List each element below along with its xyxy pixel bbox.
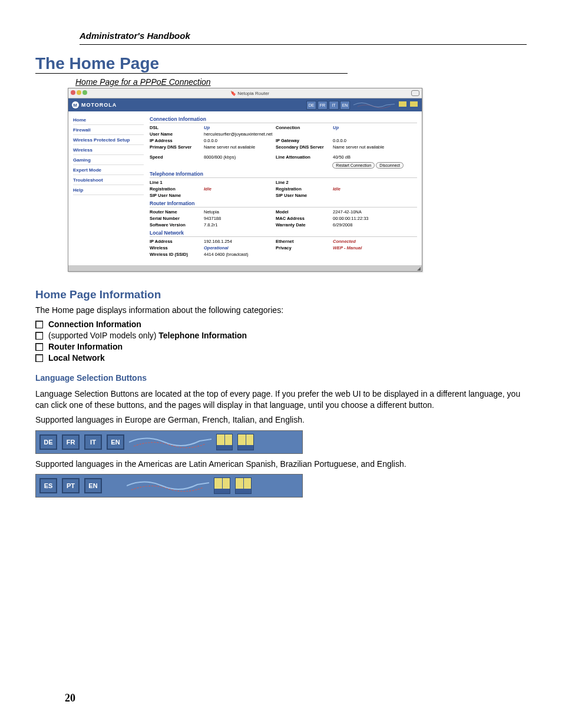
value: 00:00:00:11:22:33: [333, 216, 404, 221]
boxes-icon: [214, 477, 252, 494]
checklist: Connection Information (supported VoIP m…: [35, 319, 527, 363]
nav-wps[interactable]: Wireless Protected Setup: [73, 137, 144, 145]
label: Line Attenuation: [276, 154, 332, 160]
section-local: Local Network: [150, 230, 417, 237]
nav-help[interactable]: Help: [73, 187, 144, 195]
lang-pt-button[interactable]: PT: [62, 478, 80, 493]
value: 2247-42-10NA: [333, 209, 404, 215]
paragraph: Language Selection Buttons are located a…: [35, 388, 527, 411]
section-telephone: Telephone Information: [150, 171, 417, 178]
value: herculesurfier@joyeauxinternet.net: [204, 131, 404, 137]
nav-home[interactable]: Home: [73, 117, 144, 125]
window-controls: [71, 90, 88, 96]
value: 7.8.2r1: [204, 222, 275, 228]
value: WEP - Manual: [333, 245, 404, 251]
motorola-logo-icon: M: [72, 101, 79, 108]
lang-fr-button[interactable]: FR: [318, 101, 328, 110]
label: Wireless ID (SSID): [150, 252, 203, 257]
figure-caption: Home Page for a PPPoE Connection: [75, 77, 527, 87]
header-boxes-icon: [398, 101, 418, 110]
resize-grip-icon: ◢: [417, 266, 421, 271]
lang-buttons: DE FR IT EN: [306, 101, 350, 110]
window-titlebar: 🔖 Netopia Router: [68, 88, 422, 98]
label: IP Gateway: [276, 138, 332, 143]
swoosh-icon: [129, 433, 211, 451]
label: Software Version: [150, 222, 203, 228]
value: 8000/800 (kbps): [204, 154, 275, 160]
lang-de-button[interactable]: DE: [306, 101, 316, 110]
running-header: Administrator's Handbook: [80, 31, 527, 41]
nav-wireless[interactable]: Wireless: [73, 147, 144, 155]
lang-en-button[interactable]: EN: [107, 434, 124, 450]
swoosh-icon: [127, 477, 209, 495]
value: Operational: [204, 245, 275, 251]
page-number: 20: [65, 692, 75, 704]
label: Registration: [150, 186, 203, 192]
value: Connected: [333, 239, 404, 244]
label: Privacy: [276, 245, 332, 251]
label: User Name: [150, 131, 203, 137]
value: Netopia: [204, 209, 275, 215]
value: 9437188: [204, 216, 275, 221]
paragraph: The Home page displays information about…: [35, 305, 527, 316]
lang-en-button[interactable]: EN: [84, 478, 102, 493]
value: 40/50 dB: [333, 154, 404, 160]
label: Connection: [276, 125, 332, 130]
value: 0.0.0.0: [204, 138, 275, 143]
label: Wireless: [150, 245, 203, 251]
nav-gaming[interactable]: Gaming: [73, 157, 144, 165]
label: IP Address: [150, 239, 203, 244]
nav-expert[interactable]: Expert Mode: [73, 167, 144, 175]
label: Line 1: [150, 180, 203, 185]
page-title: The Home Page: [35, 54, 348, 74]
label: Ethernet: [276, 239, 332, 244]
label: Speed: [150, 154, 203, 160]
restart-connection-button[interactable]: Restart Connection: [332, 162, 375, 169]
window-footer: ◢: [68, 265, 422, 271]
lang-it-button[interactable]: IT: [329, 101, 339, 110]
label: Line 2: [276, 180, 332, 185]
header-rule: [80, 44, 527, 45]
lang-es-button[interactable]: ES: [39, 478, 57, 493]
router-screenshot: 🔖 Netopia Router MMOTOROLA DE FR IT EN H…: [68, 88, 422, 272]
header-swoosh-icon: [353, 101, 395, 109]
value: Idle: [204, 186, 275, 192]
label: Primary DNS Server: [150, 144, 203, 150]
lang-en-button[interactable]: EN: [340, 101, 350, 110]
section-router: Router Information: [150, 200, 417, 207]
nav-troubleshoot[interactable]: Troubleshoot: [73, 177, 144, 185]
lang-fr-button[interactable]: FR: [62, 434, 80, 450]
window-title: 🔖 Netopia Router: [88, 91, 411, 96]
value: 6/29/2008: [333, 222, 404, 228]
value: 0.0.0.0: [333, 138, 404, 143]
value: 4414 0400 (broadcast): [204, 252, 275, 257]
label: Serial Number: [150, 216, 203, 221]
lang-banner-americas: ES PT EN: [35, 474, 303, 498]
list-item: (supported VoIP models only) Telephone I…: [35, 331, 527, 340]
label: SIP User Name: [150, 193, 203, 198]
window-pill: [411, 90, 419, 96]
list-item: Local Network: [35, 353, 527, 363]
label: DSL: [150, 125, 203, 130]
lang-banner-europe: DE FR IT EN: [35, 430, 303, 454]
lang-it-button[interactable]: IT: [84, 434, 102, 450]
value: Up: [204, 125, 275, 130]
lang-de-button[interactable]: DE: [39, 434, 57, 450]
subsection-heading: Language Selection Buttons: [35, 373, 527, 383]
section-connection: Connection Information: [150, 116, 417, 123]
value: Up: [333, 125, 404, 130]
brand-left: MMOTOROLA: [72, 101, 117, 108]
boxes-icon: [216, 434, 254, 450]
nav-firewall[interactable]: Firewall: [73, 127, 144, 135]
section-heading: Home Page Information: [35, 288, 527, 301]
value: 192.168.1.254: [204, 239, 275, 244]
paragraph: Supported languages in Europe are German…: [35, 414, 527, 426]
label: Router Name: [150, 209, 203, 215]
label: Secondary DNS Server: [276, 144, 332, 150]
label: Model: [276, 209, 332, 215]
label: IP Address: [150, 138, 203, 143]
value: Name server not available: [333, 144, 404, 150]
paragraph: Supported languages in the Americas are …: [35, 459, 527, 470]
list-item: Connection Information: [35, 319, 527, 329]
disconnect-button[interactable]: Disconnect: [376, 162, 404, 169]
